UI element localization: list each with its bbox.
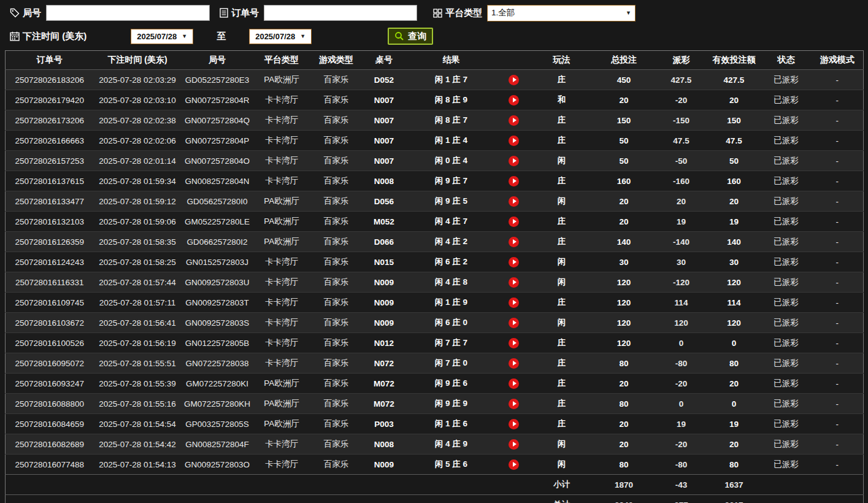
order-filter-label: 订单号 [231,7,259,19]
bet-time-cell: 2025-07-28 01:58:25 [94,252,182,272]
total-spacer-right [761,495,864,503]
platform-cell: 卡卡湾厅 [253,110,310,131]
game-type-cell: 百家乐 [310,374,363,394]
play-type-cell: 庄 [531,394,593,414]
table-no-cell: N007 [363,151,406,171]
play-icon [513,280,517,285]
replay-button[interactable] [509,358,519,369]
replay-button[interactable] [509,338,519,348]
payout-cell: -20 [656,90,707,110]
bet-time-cell: 2025-07-28 02:02:06 [94,131,182,151]
table-no-cell: N007 [363,131,406,151]
subtotal-row: 小计 1870 -43 1637 [6,475,864,495]
bet-time-cell: 2025-07-28 01:55:51 [94,353,182,374]
bet-time-cell: 2025-07-28 01:55:16 [94,394,182,414]
payout-cell: -150 [656,110,707,131]
replay-button[interactable] [509,95,519,106]
payout-cell: -80 [656,455,707,475]
play-icon [513,259,517,264]
replay-button[interactable] [509,439,519,450]
table-row: 2507280161163312025-07-28 01:57:44GN0092… [6,272,864,293]
table-row: 2507280161334772025-07-28 01:59:12GD0562… [6,191,864,212]
status-cell: 已派彩 [761,394,812,414]
replay-button[interactable] [509,75,519,85]
replay-cell [497,353,531,374]
total-bet-cell: 50 [593,151,656,171]
order-id-cell: 250728016137615 [6,171,94,191]
date-from-picker[interactable]: 2025/07/28 ▼ [131,29,193,44]
replay-button[interactable] [509,136,519,146]
replay-button[interactable] [509,176,519,186]
payout-cell: -20 [656,434,707,455]
replay-button[interactable] [509,115,519,126]
game-mode-cell: - [812,70,864,90]
col-header-table-no: 桌号 [363,51,406,70]
replay-button[interactable] [509,237,519,247]
status-cell: 已派彩 [761,353,812,374]
table-row: 2507280160826892025-07-28 01:54:42GN0082… [6,434,864,455]
payout-cell: 0 [656,394,707,414]
status-cell: 已派彩 [761,110,812,131]
order-id-cell: 250728016095072 [6,353,94,374]
play-icon [513,179,517,183]
valid-bet-cell: 20 [707,90,761,110]
order-id-cell: 250728026173206 [6,110,94,131]
bet-time-cell: 2025-07-28 01:58:35 [94,232,182,252]
total-bet-cell: 80 [593,353,656,374]
valid-bet-cell: 150 [707,110,761,131]
replay-button[interactable] [509,378,519,389]
game-mode-cell: - [812,252,864,272]
total-bet-cell: 80 [593,394,656,414]
payout-cell: -160 [656,171,707,191]
replay-button[interactable] [509,196,519,207]
payout-cell: 427.5 [656,70,707,90]
round-id-cell: GN0092572803S [182,313,253,333]
order-input[interactable] [264,5,417,21]
order-id-cell: 250728016077488 [6,455,94,475]
platform-cell: PA欧洲厅 [253,232,310,252]
bet-time-cell: 2025-07-28 01:59:12 [94,191,182,212]
platform-cell: 卡卡湾厅 [253,252,310,272]
bet-time-cell: 2025-07-28 02:03:10 [94,90,182,110]
replay-button[interactable] [509,399,519,409]
table-no-cell: N009 [363,313,406,333]
replay-button[interactable] [509,459,519,470]
result-cell: 闲 1 庄 9 [406,293,497,313]
table-no-cell: M072 [363,394,406,414]
total-bet-cell: 20 [593,90,656,110]
platform-cell: 卡卡湾厅 [253,131,310,151]
replay-button[interactable] [509,419,519,429]
date-to-picker[interactable]: 2025/07/28 ▼ [249,29,312,44]
payout-cell: 0 [656,333,707,353]
play-icon [513,442,517,447]
table-no-cell: N009 [363,272,406,293]
platform-cell: 卡卡湾厅 [253,455,310,475]
platform-select[interactable]: 1.全部 ▼ [487,5,636,21]
total-valid-bet: 3617 [707,495,761,503]
valid-bet-cell: 120 [707,313,761,333]
play-icon [513,320,517,325]
replay-button[interactable] [509,156,519,166]
play-icon [513,158,517,163]
col-header-valid-bet: 有效投注额 [707,51,761,70]
table-body: 2507280261832062025-07-28 02:03:29GD0522… [6,70,864,475]
game-mode-cell: - [812,313,864,333]
replay-cell [497,232,531,252]
query-button[interactable]: 查询 [388,28,433,45]
replay-cell [497,313,531,333]
game-type-cell: 百家乐 [310,353,363,374]
col-header-total-bet: 总投注 [593,51,656,70]
play-type-cell: 庄 [531,333,593,353]
replay-button[interactable] [509,217,519,227]
round-id-cell: GN0072572804R [182,90,253,110]
replay-button[interactable] [509,318,519,328]
col-header-play-type: 玩法 [531,51,593,70]
result-cell: 闲 9 庄 9 [406,394,497,414]
replay-button[interactable] [509,298,519,308]
result-cell: 闲 9 庄 7 [406,171,497,191]
replay-button[interactable] [509,277,519,288]
replay-button[interactable] [509,257,519,267]
round-input[interactable] [46,5,210,21]
platform-cell: PA欧洲厅 [253,212,310,232]
total-bet-cell: 20 [593,212,656,232]
